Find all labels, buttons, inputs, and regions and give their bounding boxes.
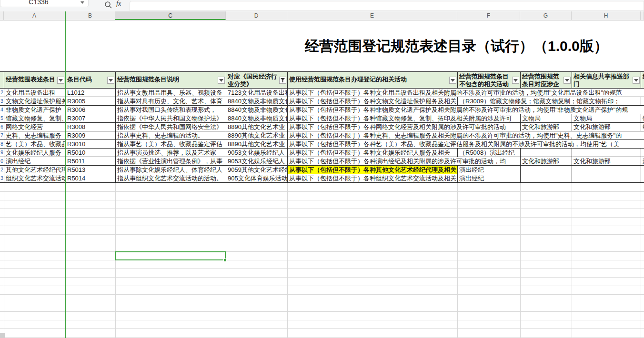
cell-b[interactable]: L1012 bbox=[66, 89, 115, 97]
row-number[interactable]: 8 bbox=[0, 140, 4, 148]
cell-e[interactable]: 从事以下（包括但不限于）各种文物文化遗址保护服务及相关 bbox=[288, 97, 457, 105]
cell-d[interactable]: 9053文化娱乐经纪人 bbox=[226, 157, 287, 165]
cell-b[interactable]: R5011 bbox=[66, 157, 115, 165]
header-cell-h[interactable]: 相关信息共享推送部门 bbox=[572, 72, 641, 88]
column-header-h[interactable]: H bbox=[572, 11, 641, 20]
cell-c[interactable]: 指从事演员挑选、推荐，以及艺术家 bbox=[116, 149, 226, 157]
cell-b[interactable]: R5010 bbox=[66, 149, 115, 157]
cell-i[interactable]: 经 bbox=[641, 123, 644, 131]
row-number[interactable]: 7 bbox=[0, 131, 4, 139]
cell-b[interactable]: R5013 bbox=[66, 166, 115, 174]
column-header-e[interactable]: E bbox=[287, 11, 457, 20]
cell-b[interactable]: R3010 bbox=[66, 140, 115, 148]
filter-dropdown-button[interactable] bbox=[449, 77, 456, 84]
cell-e[interactable]: 从事以下（包括但不限于）各种文化娱乐经纪人服务及相关 bbox=[288, 149, 457, 157]
cell-c[interactable]: 指从事对具有历史、文化、艺术、体育 bbox=[116, 97, 226, 105]
cell-h[interactable]: 文物局 bbox=[572, 114, 641, 122]
row-number[interactable]: 6 bbox=[0, 123, 4, 131]
cell-b[interactable]: R5014 bbox=[66, 174, 115, 182]
row-number[interactable]: 2 bbox=[0, 166, 4, 174]
selected-cell-outline[interactable] bbox=[115, 251, 226, 260]
cell-g[interactable]: 文物局 bbox=[521, 114, 572, 122]
cell-c[interactable]: 指依据《中华人民共和国文物保护法》 bbox=[116, 114, 226, 122]
cell-a[interactable]: 网络文化经营 bbox=[4, 123, 65, 131]
filter-dropdown-button[interactable] bbox=[107, 77, 114, 84]
cell-e[interactable]: 从事以下（包括但不限于）各种非物质文化遗产保护及相关附属的不涉及许可审批的活动，… bbox=[288, 106, 644, 114]
cell-b[interactable]: R3007 bbox=[66, 114, 115, 122]
cell-a[interactable]: 艺（美）术品、收藏品 bbox=[4, 140, 65, 148]
cell-b[interactable]: R3006 bbox=[66, 106, 115, 114]
cell-f[interactable]: （R3009）馆藏文物修复；馆藏文物复制；馆藏文物拓印； bbox=[458, 97, 641, 105]
cell-a[interactable]: 文物文化遗址保护服务 bbox=[4, 97, 65, 105]
column-header-g[interactable]: G bbox=[520, 11, 572, 20]
cell-c[interactable]: 指从事文教用品用具、乐器、视频设备 bbox=[116, 89, 226, 97]
cell-i[interactable]: 馆 bbox=[641, 114, 644, 122]
cell-a[interactable]: 文化用品设备出租 bbox=[4, 89, 65, 97]
row-number[interactable]: 5 bbox=[0, 114, 4, 122]
header-cell-c[interactable]: 经营范围规范条目说明 bbox=[116, 72, 226, 88]
row-number[interactable]: 4 bbox=[0, 106, 4, 114]
header-cell-f[interactable]: 经营范围规范条目不包含的相关活动 bbox=[458, 72, 520, 88]
cell-d[interactable]: 9053文化娱乐经纪人 bbox=[226, 149, 287, 157]
name-box[interactable]: C1336 bbox=[0, 0, 89, 7]
fill-handle[interactable] bbox=[223, 258, 227, 262]
cell-d[interactable]: 9059其他文化艺术经纪 bbox=[226, 166, 287, 174]
row-number[interactable]: 3 bbox=[0, 97, 4, 105]
cell-a[interactable]: 非物质文化遗产保护 bbox=[4, 106, 65, 114]
cell-g[interactable]: 文化和旅游部 bbox=[521, 157, 572, 165]
cell-c[interactable]: 指从事史料、史志编辑的活动。 bbox=[116, 131, 226, 139]
cell-b[interactable]: R3009 bbox=[66, 131, 115, 139]
cell-a[interactable]: 馆藏文物修复、复制、 bbox=[4, 114, 65, 122]
column-header-f[interactable]: F bbox=[457, 11, 520, 20]
cell-d[interactable]: 8890其他文化艺术业 bbox=[226, 131, 287, 139]
cell-h[interactable]: 文化和旅游部 bbox=[572, 123, 641, 131]
column-header-sliver[interactable] bbox=[641, 11, 644, 20]
cell-f[interactable]: 演出经纪 bbox=[458, 166, 520, 174]
header-cell-e[interactable]: 使用经营范围规范条目办理登记的相关活动 bbox=[288, 72, 457, 88]
filter-dropdown-button[interactable] bbox=[633, 77, 640, 84]
column-header-d[interactable]: D bbox=[226, 11, 287, 20]
cell-e[interactable]: 从事以下（包括但不限于）各种文化用品设备出租及相关附属的不涉及许可审批的活动，均… bbox=[288, 89, 644, 97]
cell-a[interactable]: 组织文化艺术交流活动 bbox=[4, 174, 65, 182]
cell-c[interactable]: 指依据《中华人民共和国网络安全法》 bbox=[116, 123, 226, 131]
cell-a[interactable]: 其他文化艺术经纪代理 bbox=[4, 166, 65, 174]
cell-d[interactable]: 8840文物及非物质文化 bbox=[226, 97, 287, 105]
header-cell-a[interactable]: 经营范围表述条目 bbox=[4, 72, 65, 88]
cell-e[interactable]: 从事以下（包括但不限于）各种艺（美）术品、收藏品鉴定评估服务及相关附属的不涉及许… bbox=[288, 140, 644, 148]
cell-e[interactable]: 从事以下（包括但不限于）各种网络文化经营及相关附属的涉及许可审批的活动 bbox=[288, 123, 520, 131]
header-cell-d[interactable]: 对应《国民经济行业分类》 bbox=[226, 72, 287, 88]
cell-a[interactable]: 演出经纪 bbox=[4, 157, 65, 165]
cell-d[interactable]: 8840文物及非物质文化 bbox=[226, 114, 287, 122]
filter-dropdown-button[interactable] bbox=[57, 77, 64, 84]
cell-c[interactable]: 指从事组织文化艺术交流活动的活动。 bbox=[116, 174, 226, 182]
filter-funnel-button[interactable] bbox=[279, 77, 286, 84]
cell-f[interactable]: （R5008）演出经纪 bbox=[458, 149, 520, 157]
row-number[interactable]: 3 bbox=[0, 174, 4, 182]
cell-d[interactable]: 8840文物及非物质文化 bbox=[226, 106, 287, 114]
cell-c[interactable]: 指从事除文化娱乐经纪人、体育经纪人 bbox=[116, 166, 226, 174]
row-number[interactable]: 0 bbox=[0, 157, 4, 165]
row-number[interactable]: 2 bbox=[0, 89, 4, 97]
formula-bar[interactable] bbox=[130, 1, 644, 11]
header-cell-b[interactable]: 条目代码 bbox=[66, 72, 115, 88]
column-header-b[interactable]: B bbox=[65, 11, 115, 20]
cell-d[interactable]: 7123文化用品设备出租 bbox=[226, 89, 287, 97]
cell-a[interactable]: 史料、史志编辑服务 bbox=[4, 131, 65, 139]
cell-g[interactable]: 文化和旅游部 bbox=[521, 123, 572, 131]
filter-dropdown-button[interactable] bbox=[218, 77, 225, 84]
cell-i[interactable]: 涉 bbox=[641, 157, 644, 165]
cell-f[interactable]: 演出经纪 bbox=[458, 174, 520, 182]
column-header-sliver[interactable] bbox=[0, 11, 4, 20]
cell-h[interactable]: 文化和旅游部 bbox=[572, 157, 641, 165]
cell-e[interactable]: 从事以下（包括但不限于）各种史料、史志编辑服务及相关附属的不涉及许可审批的活动，… bbox=[288, 131, 644, 139]
cell-c[interactable]: 指依据《营业性演出管理条例》，从事 bbox=[116, 157, 226, 165]
cell-e[interactable]: 从事以下（包括但不限于）各种馆藏文物修复、复制、拓印及相关附属的涉及许可 bbox=[288, 114, 520, 122]
search-icon[interactable] bbox=[104, 0, 112, 11]
cell-e[interactable]: 从事以下（包括但不限于）各种演出经纪及相关附属的涉及许可审批的活动，均 bbox=[288, 157, 520, 165]
cell-e[interactable]: 从事以下（包括但不限于）各种其他文化艺术经纪代理及相关 bbox=[288, 166, 457, 174]
row-number[interactable]: 9 bbox=[0, 149, 4, 157]
header-cell-g[interactable]: 经营范围规范条目对应涉企行 bbox=[521, 72, 572, 88]
column-header-a[interactable]: A bbox=[4, 11, 65, 20]
cell-d[interactable]: 905文化体育娱乐活动 bbox=[226, 174, 287, 182]
filter-dropdown-button[interactable] bbox=[564, 77, 571, 84]
